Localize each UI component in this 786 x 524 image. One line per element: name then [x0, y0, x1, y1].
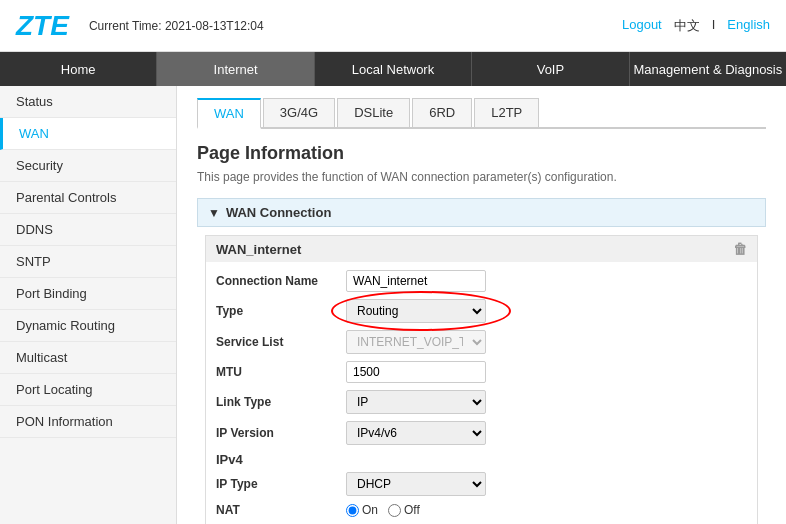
ip-type-select[interactable]: DHCP [346, 472, 486, 496]
connection-name-row: Connection Name [216, 270, 747, 292]
sidebar: Status WAN Security Parental Controls DD… [0, 86, 177, 524]
navbar: Home Internet Local Network VoIP Managem… [0, 52, 786, 86]
tab-wan[interactable]: WAN [197, 98, 261, 129]
ipv4-heading: IPv4 [216, 452, 747, 467]
type-row: Type Routing Bridge [216, 299, 747, 323]
nat-radio-group: On Off [346, 503, 420, 517]
tab-bar: WAN 3G/4G DSLite 6RD L2TP [197, 98, 766, 129]
nav-management[interactable]: Management & Diagnosis [630, 52, 786, 86]
sidebar-item-sntp[interactable]: SNTP [0, 246, 176, 278]
tab-6rd[interactable]: 6RD [412, 98, 472, 127]
connection-name-label: Connection Name [216, 274, 346, 288]
mtu-input[interactable] [346, 361, 486, 383]
sidebar-item-security[interactable]: Security [0, 150, 176, 182]
tab-dslite[interactable]: DSLite [337, 98, 410, 127]
nat-row: NAT On Off [216, 503, 747, 517]
link-type-select[interactable]: IP [346, 390, 486, 414]
service-list-row: Service List INTERNET_VOIP_TR0S [216, 330, 747, 354]
current-time: Current Time: 2021-08-13T12:04 [89, 19, 622, 33]
link-type-label: Link Type [216, 395, 346, 409]
nav-internet[interactable]: Internet [157, 52, 314, 86]
current-time-value: 2021-08-13T12:04 [165, 19, 264, 33]
nat-label: NAT [216, 503, 346, 517]
sidebar-item-pon-information[interactable]: PON Information [0, 406, 176, 438]
sidebar-item-port-locating[interactable]: Port Locating [0, 374, 176, 406]
sidebar-item-wan[interactable]: WAN [0, 118, 176, 150]
ip-version-label: IP Version [216, 426, 346, 440]
type-label: Type [216, 304, 346, 318]
lang-zh[interactable]: 中文 [674, 17, 700, 35]
sidebar-item-port-binding[interactable]: Port Binding [0, 278, 176, 310]
ip-type-row: IP Type DHCP [216, 472, 747, 496]
zte-logo: ZTE [16, 10, 69, 42]
service-list-select[interactable]: INTERNET_VOIP_TR0S [346, 330, 486, 354]
lang-separator: I [712, 17, 716, 35]
routing-highlight: Routing Bridge [346, 299, 486, 323]
mtu-label: MTU [216, 365, 346, 379]
page-title: Page Information [197, 143, 766, 164]
ip-version-row: IP Version IPv4/v6 [216, 421, 747, 445]
wan-connection-section-header: ▼ WAN Connection [197, 198, 766, 227]
sidebar-item-ddns[interactable]: DDNS [0, 214, 176, 246]
type-select[interactable]: Routing Bridge [346, 299, 486, 323]
nat-off-label[interactable]: Off [388, 503, 420, 517]
nat-on-label[interactable]: On [346, 503, 378, 517]
nav-home[interactable]: Home [0, 52, 157, 86]
service-list-label: Service List [216, 335, 346, 349]
nat-on-radio[interactable] [346, 504, 359, 517]
wan-internet-subsection: WAN_internet 🗑 Connection Name Type Rout… [205, 235, 758, 524]
nat-off-radio[interactable] [388, 504, 401, 517]
delete-icon[interactable]: 🗑 [733, 241, 747, 257]
tab-l2tp[interactable]: L2TP [474, 98, 539, 127]
wan-internet-header: WAN_internet 🗑 [206, 236, 757, 262]
logout-link[interactable]: Logout [622, 17, 662, 35]
nav-local-network[interactable]: Local Network [315, 52, 472, 86]
connection-name-input[interactable] [346, 270, 486, 292]
current-time-label: Current Time: [89, 19, 162, 33]
wan-connection-label: WAN Connection [226, 205, 331, 220]
header: ZTE Current Time: 2021-08-13T12:04 Logou… [0, 0, 786, 52]
sidebar-item-multicast[interactable]: Multicast [0, 342, 176, 374]
main-content: WAN 3G/4G DSLite 6RD L2TP Page Informati… [177, 86, 786, 524]
ip-type-label: IP Type [216, 477, 346, 491]
wan-connection-arrow: ▼ [208, 206, 220, 220]
sidebar-item-dynamic-routing[interactable]: Dynamic Routing [0, 310, 176, 342]
nav-voip[interactable]: VoIP [472, 52, 629, 86]
header-right: Logout 中文 I English [622, 17, 770, 35]
link-type-row: Link Type IP [216, 390, 747, 414]
wan-form: Connection Name Type Routing Bridge [206, 262, 757, 524]
wan-internet-name: WAN_internet [216, 242, 301, 257]
content: Status WAN Security Parental Controls DD… [0, 86, 786, 524]
ip-version-select[interactable]: IPv4/v6 [346, 421, 486, 445]
lang-en[interactable]: English [727, 17, 770, 35]
sidebar-item-parental-controls[interactable]: Parental Controls [0, 182, 176, 214]
tab-3g4g[interactable]: 3G/4G [263, 98, 335, 127]
mtu-row: MTU [216, 361, 747, 383]
page-description: This page provides the function of WAN c… [197, 170, 766, 184]
sidebar-item-status[interactable]: Status [0, 86, 176, 118]
